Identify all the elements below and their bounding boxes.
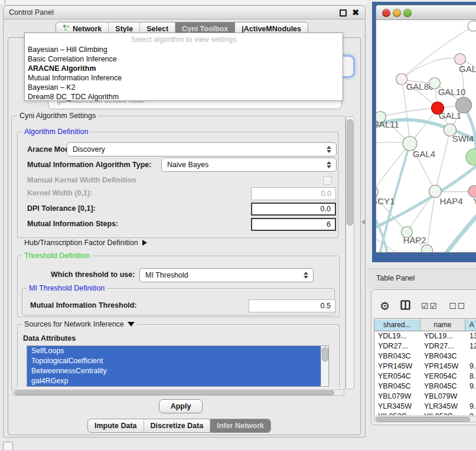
table-cell: 9.	[466, 361, 476, 371]
sources-group-toggle[interactable]: Sources for Network Inference	[22, 320, 137, 328]
network-canvas[interactable]: GALGAL80GAL10GAL1GAL11SWI4GAL4GCY1HAP4YH…	[376, 20, 476, 252]
network-graph: GALGAL80GAL10GAL1GAL11SWI4GAL4GCY1HAP4YH…	[376, 20, 476, 253]
unchecked-checkboxes-icon[interactable]: ☐☐	[449, 301, 466, 311]
algorithm-option[interactable]: Basic Correlation Inference	[25, 54, 343, 64]
table-row[interactable]: YBL079WYBL079W	[374, 392, 476, 402]
algorithm-option[interactable]: Bayesian – K2	[25, 83, 343, 92]
attribute-list-scrollbar[interactable]	[321, 346, 328, 385]
settings-hscrollbar[interactable]	[12, 389, 344, 396]
which-threshold-combo[interactable]: MI Threshold	[139, 268, 314, 282]
data-attributes-list[interactable]: SelfLoopsTopologicalCoefficientBetweenne…	[27, 345, 329, 387]
network-node[interactable]	[456, 97, 472, 113]
table-cell: YLR345W	[374, 402, 420, 412]
network-edge	[380, 108, 438, 117]
which-threshold-value: MI Threshold	[145, 271, 188, 279]
table-cell: 13	[466, 331, 476, 341]
attribute-list-item[interactable]: gal4RGexp	[27, 376, 321, 386]
algorithm-definition-title: Algorithm Definition	[22, 128, 90, 136]
apply-button[interactable]: Apply	[159, 399, 203, 413]
table-body: YDL19...YDL19...13YDR27...YDR27...12YBR0…	[374, 331, 476, 415]
network-node-label: GAL4	[413, 149, 435, 159]
network-node-label: SWI4	[452, 133, 474, 144]
columns-icon[interactable]	[400, 300, 410, 312]
mi-algorithm-type-combo[interactable]: Naive Bayes	[161, 158, 337, 172]
attribute-list-scrollbar-thumb[interactable]	[322, 347, 328, 361]
node-table: shared...nameA YDL19...YDL19...13YDR27..…	[374, 318, 476, 415]
network-node[interactable]	[466, 149, 476, 165]
table-cell: YIL052C	[374, 412, 420, 415]
tab-discretize-data[interactable]: Discretize Data	[144, 419, 211, 432]
table-panel-toolbar: ⚙☑☑☐☐	[380, 298, 476, 314]
table-row[interactable]: YDR27...YDR27...12	[374, 341, 476, 351]
column-header-name[interactable]: name	[420, 319, 466, 331]
column-header-A[interactable]: A	[465, 319, 476, 331]
hub-definition-toggle[interactable]: Hub/Transcription Factor Definition	[24, 239, 147, 247]
table-panel-titlebar: Table Panel	[367, 269, 476, 288]
network-node[interactable]	[468, 185, 476, 197]
close-icon[interactable]: ✖	[352, 8, 359, 17]
table-row[interactable]: YER054CYER054C8.	[374, 371, 476, 381]
table-panel-title: Table Panel	[376, 274, 415, 282]
table-row[interactable]: YIL052CYIL052C9	[374, 412, 476, 415]
algorithm-dropdown-placeholder: Select algorithm to view settings	[25, 35, 343, 45]
attribute-list-item[interactable]: BetweennessCentrality	[27, 366, 321, 376]
gear-icon[interactable]: ⚙	[380, 299, 390, 313]
table-cell: YDR27...	[374, 341, 420, 351]
network-view-window[interactable]: GALGAL80GAL10GAL1GAL11SWI4GAL4GCY1HAP4YH…	[376, 5, 476, 253]
network-node[interactable]	[455, 54, 466, 65]
panel-resize-handle[interactable]	[361, 220, 365, 224]
table-panel: ⚙☑☑☐☐ shared...nameA YDL19...YDL19...13Y…	[371, 289, 476, 425]
mi-algorithm-type-value: Naive Bayes	[167, 161, 208, 169]
dpi-tolerance-field[interactable]: 0.0	[251, 203, 336, 216]
column-header-shared[interactable]: shared...	[374, 319, 420, 331]
table-cell: YBR045C	[374, 381, 420, 392]
expand-arrow-icon	[142, 240, 147, 246]
algorithm-option[interactable]: Dream8 DC_TDC Algorithm	[25, 92, 343, 102]
attribute-list-item[interactable]: TopologicalCoefficient	[27, 356, 321, 366]
aracne-mode-combo[interactable]: Discovery	[67, 142, 337, 156]
table-cell: YBR043C	[420, 351, 466, 361]
table-row[interactable]: YBR045CYBR045C9.	[374, 381, 476, 392]
tab-infer-network[interactable]: Infer Network	[210, 419, 270, 432]
algorithm-option[interactable]: Mutual Information Inference	[25, 73, 343, 83]
manual-kernel-checkbox[interactable]	[323, 176, 332, 185]
mi-steps-field[interactable]: 6	[251, 218, 336, 231]
zoom-traffic-light[interactable]	[403, 9, 412, 17]
sources-group-title: Sources for Network Inference	[24, 320, 124, 328]
network-node[interactable]	[468, 21, 476, 31]
attribute-list-item[interactable]: SelfLoops	[27, 346, 321, 356]
float-window-icon[interactable]	[340, 9, 347, 17]
settings-scrollbar[interactable]	[345, 116, 354, 389]
table-row[interactable]: YLR345WYLR345W9.	[374, 402, 476, 412]
settings-scrollbar-thumb[interactable]	[347, 119, 353, 226]
table-header-row: shared...nameA	[374, 319, 476, 331]
algorithm-option[interactable]: Bayesian – Hill Climbing	[25, 45, 343, 54]
table-row[interactable]: YDL19...YDL19...13	[374, 331, 476, 341]
kernel-width-label: Kernel Width (0,1):	[27, 187, 92, 200]
network-node[interactable]	[396, 74, 407, 85]
table-cell: 9.	[466, 402, 476, 412]
close-traffic-light[interactable]	[382, 9, 390, 17]
table-cell: YDL19...	[374, 331, 420, 341]
table-cell: YBL079W	[420, 392, 466, 402]
table-row[interactable]: YPR145WYPR145W9.	[374, 361, 476, 371]
table-cell: YPR145W	[420, 361, 466, 371]
table-hscrollbar-thumb[interactable]	[376, 417, 470, 422]
network-node[interactable]	[422, 245, 433, 253]
tab-impute-data[interactable]: Impute Data	[88, 419, 144, 432]
hub-definition-label: Hub/Transcription Factor Definition	[24, 239, 138, 247]
screenshot-stage: Control Panel ✖ NetworkStyleSelectCyni T…	[0, 0, 476, 450]
checked-checkboxes-icon[interactable]: ☑☑	[421, 301, 438, 311]
top-toolbar-strip	[0, 0, 367, 5]
table-row[interactable]: YBR043CYBR043C	[374, 351, 476, 361]
network-node-label: Y	[473, 196, 476, 206]
mi-threshold-field[interactable]: 0.5	[249, 299, 335, 312]
toolbar-divider	[5, 0, 5, 4]
kernel-width-field[interactable]: 0.0	[251, 187, 336, 200]
table-cell: YDR27...	[420, 341, 466, 351]
minimized-panel-icon[interactable]	[3, 442, 13, 450]
settings-hscrollbar-thumb[interactable]	[14, 390, 334, 395]
algorithm-option[interactable]: ARACNE Algorithm	[25, 64, 343, 73]
minimize-traffic-light[interactable]	[393, 9, 401, 17]
table-hscrollbar[interactable]	[374, 416, 476, 422]
